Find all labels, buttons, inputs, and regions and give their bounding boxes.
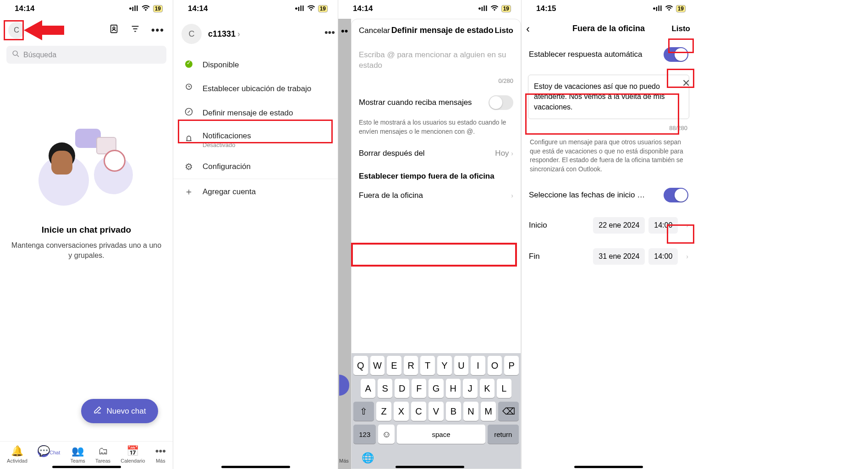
key-w[interactable]: W [370,356,385,375]
empty-title: Inicie un chat privado [11,225,162,235]
char-count: 0/280 [352,77,521,89]
key-n[interactable]: N [463,402,478,421]
key-s[interactable]: S [378,379,392,398]
tab-chat[interactable]: 💬Chat [38,445,60,464]
contacts-icon[interactable] [109,24,119,37]
wifi-icon [307,4,315,13]
show-when-receive-row: Mostrar cuando reciba mensajes [352,89,521,116]
out-of-office-row[interactable]: Fuera de la oficina › [352,185,521,207]
key-f[interactable]: F [412,379,426,398]
search-placeholder: Búsqueda [23,51,56,59]
status-time: 14:15 [536,4,556,13]
key-p[interactable]: P [504,356,519,375]
key-emoji[interactable]: ☺ [378,425,395,444]
key-o[interactable]: O [488,356,502,375]
chat-icon: 💬 [38,445,49,457]
key-y[interactable]: Y [437,356,452,375]
key-d[interactable]: D [395,379,409,398]
back-button[interactable]: ‹ [526,22,530,35]
empty-state: Inicie un chat privado Mantenga conversa… [0,123,173,260]
tab-activity[interactable]: 🔔Actividad [7,445,27,464]
cancel-button[interactable]: Cancelar [359,26,390,35]
chevron-right-icon: › [686,253,688,260]
search-icon [12,50,20,60]
key-v[interactable]: V [429,402,444,421]
sheet-header: Cancelar Definir mensaje de estado Listo [352,19,521,42]
key-space[interactable]: space [397,425,485,444]
plus-icon: ＋ [183,185,194,198]
profile-header[interactable]: C c11331 › [173,17,338,53]
page-title: Fuera de la oficina [572,24,645,33]
new-chat-button[interactable]: Nuevo chat [81,399,158,423]
screen-profile-menu: 14:14 •ıll 19 ••• C c11331 › ✓ Disponibl… [173,0,338,469]
key-g[interactable]: G [429,379,443,398]
sheet-title: Definir mensaje de estado [391,26,494,35]
filter-icon[interactable] [130,24,140,37]
menu-notifications[interactable]: Notificaciones Desactivado [173,125,338,155]
tab-more[interactable]: •••Más [155,445,166,464]
menu-status-message[interactable]: Definir mensaje de estado [173,101,338,125]
menu-availability[interactable]: ✓ Disponible [173,53,338,76]
status-sheet: Cancelar Definir mensaje de estado Listo… [351,19,521,469]
screen-set-status: 14:14 •ıll 19 •• Más Cancelar Definir me… [338,0,522,469]
key-t[interactable]: T [420,356,435,375]
key-u[interactable]: U [454,356,469,375]
keyboard[interactable]: QWERTYUIOP ASDFGHJKL ⇧ ZXCVBNM ⌫ 123 ☺ s… [352,353,521,469]
key-i[interactable]: I [471,356,485,375]
menu-add-account[interactable]: ＋ Agregar cuenta [173,179,338,204]
key-return[interactable]: return [488,425,519,444]
tab-tasks[interactable]: 🗂Tareas [95,445,110,464]
done-button[interactable]: Listo [671,24,690,33]
globe-icon[interactable]: 🌐 [353,447,519,464]
tab-calendar[interactable]: 📅Calendario [121,445,145,464]
menu-work-location[interactable]: Establecer ubicación de trabajo [173,76,338,101]
location-icon [183,83,194,94]
key-m[interactable]: M [481,402,496,421]
profile-avatar[interactable]: C [8,22,25,38]
key-q[interactable]: Q [353,356,368,375]
screen-out-of-office: 14:15 •ıll 19 ‹ Fuera de la oficina List… [522,0,696,469]
menu-settings[interactable]: ⚙ Configuración [173,155,338,179]
empty-illustration [34,123,139,215]
search-input[interactable]: Búsqueda [6,46,166,64]
overflow-icon[interactable]: ••• [324,27,335,38]
signal-icon: •ıll [129,4,138,13]
end-time-chip[interactable]: 14:00 [648,248,678,265]
status-time: 14:14 [188,4,208,13]
key-j[interactable]: J [463,379,478,398]
key-x[interactable]: X [394,402,409,421]
start-date-chip[interactable]: 22 ene 2024 [593,217,645,234]
key-r[interactable]: R [404,356,418,375]
auto-reply-toggle[interactable] [664,47,688,62]
start-time-chip[interactable]: 14:00 [648,217,678,234]
header-bar: C ••• [0,17,173,43]
key-shift[interactable]: ⇧ [353,402,374,421]
end-label: Fin [529,252,540,261]
key-e[interactable]: E [387,356,401,375]
key-123[interactable]: 123 [353,425,376,444]
key-a[interactable]: A [361,379,375,398]
auto-reply-message[interactable]: Estoy de vacaciones así que no puedo ate… [528,75,689,119]
end-date-chip[interactable]: 31 ene 2024 [593,248,645,265]
done-button[interactable]: Listo [494,26,513,35]
tab-teams[interactable]: 👥Teams [70,445,85,464]
key-z[interactable]: Z [376,402,391,421]
key-backspace[interactable]: ⌫ [498,402,519,421]
show-when-note: Esto le mostrará a los usuarios su estad… [352,116,521,142]
key-l[interactable]: L [497,379,511,398]
key-h[interactable]: H [446,379,461,398]
select-dates-toggle[interactable] [664,188,688,202]
clear-after-row[interactable]: Borrar después del Hoy › [352,142,521,164]
status-bar: 14:14 •ıll 19 [0,0,173,17]
status-time: 14:14 [353,4,373,13]
home-indicator [221,466,290,468]
key-b[interactable]: B [446,402,461,421]
overflow-icon[interactable]: ••• [151,24,165,36]
gear-icon: ⚙ [183,161,194,172]
auto-reply-label: Establecer respuesta automática [529,50,643,59]
key-c[interactable]: C [411,402,426,421]
show-when-toggle[interactable] [489,95,513,110]
status-compose[interactable]: Escriba @ para mencionar a alguien en su… [352,42,521,77]
key-k[interactable]: K [480,379,494,398]
status-time: 14:14 [15,4,34,13]
